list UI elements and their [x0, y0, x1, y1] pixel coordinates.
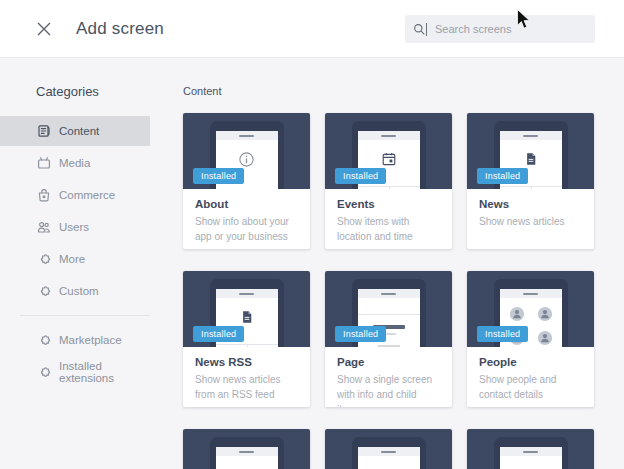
card-title: News [479, 198, 582, 210]
card-title: About [195, 198, 298, 210]
installed-badge: Installed [193, 168, 244, 184]
card-preview-image: Installed [183, 113, 310, 189]
search-input[interactable] [435, 23, 575, 35]
calendar-icon [358, 151, 420, 167]
sidebar-divider [20, 315, 150, 316]
categories-sidebar: Categories ContentMediaCommerceUsersMore… [0, 58, 150, 469]
puzzle-icon [36, 332, 52, 348]
puzzle-icon [36, 251, 52, 267]
card-text: People Show people and contact details [467, 347, 594, 402]
card-title: Events [337, 198, 440, 210]
phone-speaker [381, 293, 396, 295]
screen-card-partial[interactable] [325, 429, 452, 469]
phone-speaker [523, 293, 538, 295]
card-description: Show a single screen with info and child… [337, 372, 440, 407]
card-preview-image: Installed [183, 271, 310, 347]
screens-panel: Content Installed About Show info about … [150, 58, 624, 469]
table-divider [216, 344, 278, 347]
card-text: News RSS Show news articles from an RSS … [183, 347, 310, 402]
sidebar-item-label: Commerce [59, 189, 115, 201]
phone-speaker [381, 135, 396, 137]
screen-card-news-rss[interactable]: Installed News RSS Show news articles fr… [183, 271, 310, 407]
phone-screen [358, 447, 420, 469]
sidebar-item-more[interactable]: More [0, 244, 150, 274]
sidebar-item-label: Media [59, 157, 90, 169]
phone-screen [500, 447, 562, 469]
card-preview-image [183, 429, 310, 469]
phone-speaker [381, 451, 396, 453]
phone-speaker [523, 135, 538, 137]
sidebar-heading: Categories [36, 84, 150, 99]
card-description: Show info about your app or your busines… [195, 214, 298, 244]
card-preview-image [325, 429, 452, 469]
phone-mockup [494, 437, 568, 469]
card-description: Show people and contact details [479, 372, 582, 402]
page-title: Add screen [76, 19, 164, 39]
media-icon [36, 155, 52, 171]
screen-card-page[interactable]: Installed Page Show a single screen with… [325, 271, 452, 407]
section-label: Content [183, 85, 624, 97]
sidebar-primary-list: ContentMediaCommerceUsersMoreCustom [0, 116, 150, 306]
card-description: Show items with location and time [337, 214, 440, 244]
sidebar-item-content[interactable]: Content [0, 116, 150, 146]
sidebar-item-installed-extensions[interactable]: Installed extensions [0, 357, 150, 387]
screen-card-partial[interactable] [183, 429, 310, 469]
sidebar-secondary-list: MarketplaceInstalled extensions [0, 325, 150, 387]
card-description: Show news articles [479, 214, 582, 229]
phone-mockup [210, 437, 284, 469]
sidebar-item-label: Content [59, 125, 99, 137]
search-icon [413, 23, 426, 36]
installed-badge: Installed [193, 326, 244, 342]
card-title: News RSS [195, 356, 298, 368]
screen-card-about[interactable]: Installed About Show info about your app… [183, 113, 310, 249]
installed-badge: Installed [335, 326, 386, 342]
card-text: Page Show a single screen with info and … [325, 347, 452, 407]
sidebar-item-label: More [59, 253, 85, 265]
sidebar-item-commerce[interactable]: Commerce [0, 180, 150, 210]
document-icon [500, 151, 562, 167]
document-icon [216, 309, 278, 325]
card-preview-image: Installed [467, 113, 594, 189]
card-text: Events Show items with location and time [325, 189, 452, 244]
info-icon [216, 151, 278, 168]
table-divider [358, 186, 420, 189]
sidebar-item-label: Marketplace [59, 334, 122, 346]
puzzle-icon [36, 364, 52, 380]
phone-mockup [352, 437, 426, 469]
sidebar-item-custom[interactable]: Custom [0, 276, 150, 306]
card-title: Page [337, 356, 440, 368]
card-text: About Show info about your app or your b… [183, 189, 310, 244]
sidebar-item-label: Custom [59, 285, 99, 297]
screen-card-people[interactable]: Installed People Show people and contact… [467, 271, 594, 407]
commerce-icon [36, 187, 52, 203]
card-description: Show news articles from an RSS feed [195, 372, 298, 402]
card-title: People [479, 356, 582, 368]
card-preview-image: Installed [467, 271, 594, 347]
screen-card-events[interactable]: Installed Events Show items with locatio… [325, 113, 452, 249]
sidebar-item-marketplace[interactable]: Marketplace [0, 325, 150, 355]
table-divider [500, 186, 562, 189]
dialog-header: Add screen [0, 0, 624, 58]
phone-speaker [523, 451, 538, 453]
phone-speaker [239, 293, 254, 295]
search-box[interactable] [405, 15, 595, 43]
card-preview-image: Installed [325, 271, 452, 347]
close-icon[interactable] [36, 21, 52, 37]
card-preview-image: Installed [325, 113, 452, 189]
screen-card-partial[interactable] [467, 429, 594, 469]
card-text: News Show news articles [467, 189, 594, 229]
installed-badge: Installed [477, 168, 528, 184]
sidebar-item-label: Users [59, 221, 89, 233]
sidebar-item-media[interactable]: Media [0, 148, 150, 178]
phone-speaker [239, 135, 254, 137]
screen-card-grid: Installed About Show info about your app… [183, 113, 624, 469]
installed-badge: Installed [477, 326, 528, 342]
puzzle-icon [36, 283, 52, 299]
card-preview-image [467, 429, 594, 469]
phone-screen [216, 447, 278, 469]
screen-card-news[interactable]: Installed News Show news articles [467, 113, 594, 249]
sidebar-item-label: Installed extensions [59, 360, 150, 384]
users-icon [36, 219, 52, 235]
phone-speaker [239, 451, 254, 453]
sidebar-item-users[interactable]: Users [0, 212, 150, 242]
